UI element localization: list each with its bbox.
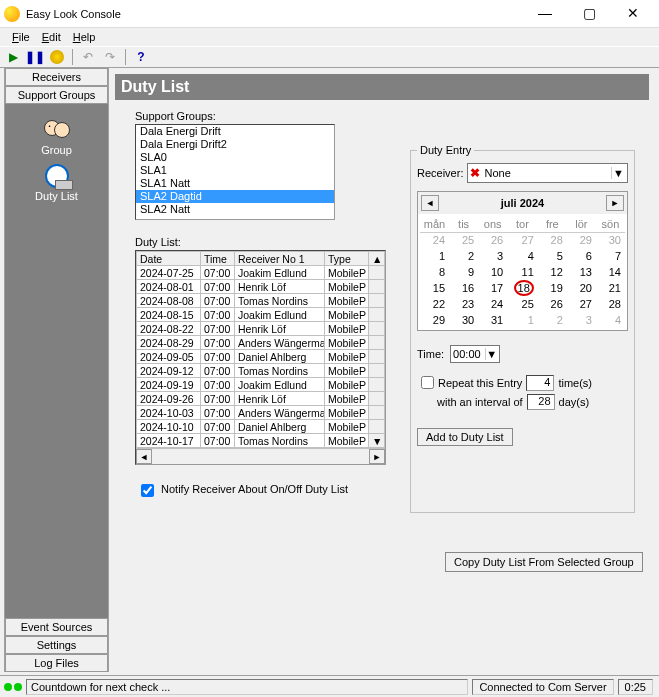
v-scroll-down[interactable]: ▼ <box>369 434 385 448</box>
support-group-item[interactable]: Dala Energi Drift2 <box>136 138 334 151</box>
play-button[interactable]: ▶ <box>4 48 22 66</box>
calendar-day[interactable]: 29 <box>567 232 596 248</box>
column-header[interactable]: Type <box>325 252 369 266</box>
column-header[interactable]: Date <box>137 252 201 266</box>
calendar-day[interactable]: 5 <box>538 248 567 264</box>
table-row[interactable]: 2024-09-0507:00Daniel AhlbergMobileP <box>137 350 385 364</box>
calendar-day[interactable]: 9 <box>449 264 478 280</box>
column-header[interactable]: Time <box>201 252 235 266</box>
calendar-day[interactable]: 20 <box>567 280 596 296</box>
calendar-day[interactable]: 28 <box>596 296 625 312</box>
duty-list-table[interactable]: DateTimeReceiver No 1Type▲ 2024-07-2507:… <box>135 250 386 465</box>
support-group-item[interactable]: SLA0 <box>136 151 334 164</box>
h-scroll-left[interactable]: ◄ <box>136 449 152 464</box>
copy-duty-list-button[interactable]: Copy Duty List From Selected Group <box>445 552 643 572</box>
calendar-day[interactable]: 4 <box>596 312 625 328</box>
column-header[interactable]: Receiver No 1 <box>235 252 325 266</box>
calendar-day[interactable]: 14 <box>596 264 625 280</box>
calendar-day[interactable]: 21 <box>596 280 625 296</box>
calendar-day[interactable]: 30 <box>449 312 478 328</box>
calendar-day[interactable]: 24 <box>478 296 507 312</box>
table-row[interactable]: 2024-08-0107:00Henrik LöfMobileP <box>137 280 385 294</box>
calendar-day[interactable]: 27 <box>507 232 538 248</box>
add-to-duty-list-button[interactable]: Add to Duty List <box>417 428 513 446</box>
menu-file[interactable]: File <box>6 30 36 44</box>
help-button[interactable]: ? <box>132 48 150 66</box>
close-button[interactable]: ✕ <box>611 0 655 28</box>
calendar-day[interactable]: 25 <box>507 296 538 312</box>
repeat-checkbox[interactable] <box>421 376 434 389</box>
gear-button[interactable] <box>48 48 66 66</box>
calendar-day[interactable]: 24 <box>420 232 449 248</box>
calendar-day[interactable]: 28 <box>538 232 567 248</box>
support-group-item[interactable]: Dala Energi Drift <box>136 125 334 138</box>
group-icon[interactable] <box>5 118 108 142</box>
menu-help[interactable]: Help <box>67 30 102 44</box>
calendar-day[interactable]: 18 <box>507 280 538 296</box>
calendar-day[interactable]: 1 <box>420 248 449 264</box>
calendar-day[interactable]: 15 <box>420 280 449 296</box>
calendar-day[interactable]: 17 <box>478 280 507 296</box>
calendar-day[interactable]: 3 <box>567 312 596 328</box>
table-row[interactable]: 2024-09-1907:00Joakim EdlundMobileP <box>137 378 385 392</box>
sidebar-btn-log-files[interactable]: Log Files <box>5 654 108 672</box>
minimize-button[interactable]: — <box>523 0 567 28</box>
sidebar-tab-support-groups[interactable]: Support Groups <box>5 86 108 104</box>
calendar-day[interactable]: 3 <box>478 248 507 264</box>
calendar-day[interactable]: 11 <box>507 264 538 280</box>
sidebar-btn-event-sources[interactable]: Event Sources <box>5 618 108 636</box>
cal-prev-button[interactable]: ◄ <box>421 195 439 211</box>
calendar-day[interactable]: 1 <box>507 312 538 328</box>
support-groups-list[interactable]: Dala Energi DriftDala Energi Drift2SLA0S… <box>135 124 335 220</box>
calendar-day[interactable]: 26 <box>478 232 507 248</box>
calendar-day[interactable]: 7 <box>596 248 625 264</box>
pause-button[interactable]: ❚❚ <box>26 48 44 66</box>
support-group-item[interactable]: SLA1 <box>136 164 334 177</box>
duty-list-icon[interactable] <box>5 164 108 188</box>
calendar-day[interactable]: 27 <box>567 296 596 312</box>
calendar-day[interactable]: 10 <box>478 264 507 280</box>
table-row[interactable]: 2024-09-1207:00Tomas NordinsMobileP <box>137 364 385 378</box>
table-row[interactable]: 2024-08-0807:00Tomas NordinsMobileP <box>137 294 385 308</box>
calendar-day[interactable]: 31 <box>478 312 507 328</box>
support-group-item[interactable]: SLA2 Natt <box>136 203 334 216</box>
calendar-day[interactable]: 29 <box>420 312 449 328</box>
table-row[interactable]: 2024-08-2907:00Anders WängermarkMobileP <box>137 336 385 350</box>
sidebar-tab-receivers[interactable]: Receivers <box>5 68 108 86</box>
v-scroll-up[interactable]: ▲ <box>369 252 385 266</box>
calendar[interactable]: ◄ juli 2024 ► måntisonstorfrelörsön24252… <box>417 191 628 331</box>
calendar-day[interactable]: 8 <box>420 264 449 280</box>
calendar-day[interactable]: 19 <box>538 280 567 296</box>
table-row[interactable]: 2024-09-2607:00Henrik LöfMobileP <box>137 392 385 406</box>
table-row[interactable]: 2024-10-0307:00Anders WängermarkMobileP <box>137 406 385 420</box>
calendar-day[interactable]: 2 <box>449 248 478 264</box>
cal-next-button[interactable]: ► <box>606 195 624 211</box>
calendar-day[interactable]: 6 <box>567 248 596 264</box>
calendar-day[interactable]: 22 <box>420 296 449 312</box>
sidebar-btn-settings[interactable]: Settings <box>5 636 108 654</box>
calendar-day[interactable]: 30 <box>596 232 625 248</box>
h-scrollbar[interactable]: ◄ ► <box>136 448 385 464</box>
redo-button[interactable]: ↷ <box>101 48 119 66</box>
table-row[interactable]: 2024-07-2507:00Joakim EdlundMobileP <box>137 266 385 280</box>
table-row[interactable]: 2024-10-1707:00Tomas NordinsMobileP▼ <box>137 434 385 448</box>
receiver-dropdown[interactable]: ✖ None ▼ <box>467 163 628 183</box>
undo-button[interactable]: ↶ <box>79 48 97 66</box>
notify-checkbox[interactable] <box>141 484 154 497</box>
calendar-day[interactable]: 2 <box>538 312 567 328</box>
interval-days-input[interactable]: 28 <box>527 394 555 410</box>
calendar-day[interactable]: 13 <box>567 264 596 280</box>
calendar-day[interactable]: 4 <box>507 248 538 264</box>
support-group-item[interactable]: SLA2 Dagtid <box>136 190 334 203</box>
support-group-item[interactable]: SLA1 Natt <box>136 177 334 190</box>
h-scroll-right[interactable]: ► <box>369 449 385 464</box>
calendar-day[interactable]: 26 <box>538 296 567 312</box>
calendar-day[interactable]: 16 <box>449 280 478 296</box>
maximize-button[interactable]: ▢ <box>567 0 611 28</box>
time-dropdown[interactable]: 00:00 ▼ <box>450 345 500 363</box>
table-row[interactable]: 2024-08-2207:00Henrik LöfMobileP <box>137 322 385 336</box>
table-row[interactable]: 2024-10-1007:00Daniel AhlbergMobileP <box>137 420 385 434</box>
calendar-day[interactable]: 12 <box>538 264 567 280</box>
calendar-day[interactable]: 23 <box>449 296 478 312</box>
repeat-times-input[interactable]: 4 <box>526 375 554 391</box>
